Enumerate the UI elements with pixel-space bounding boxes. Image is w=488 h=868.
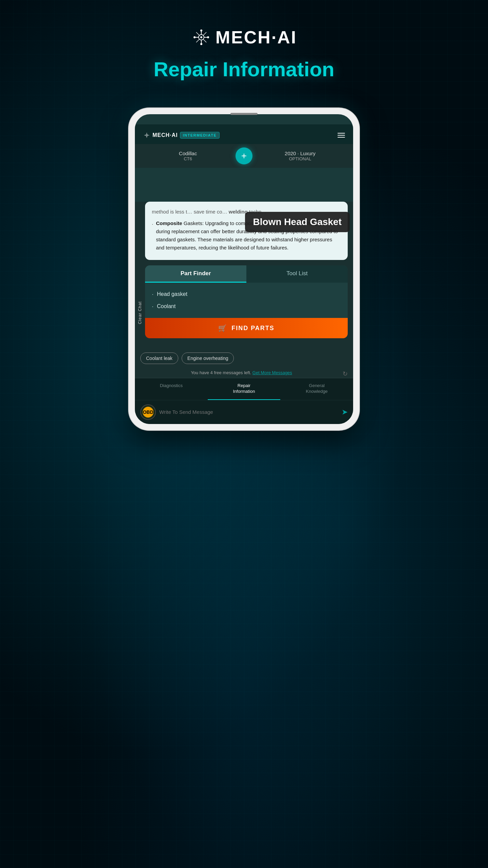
bullet-dot: · [152,220,153,252]
add-vehicle-button[interactable]: + [236,147,252,164]
part-item-head-gasket: · Head gasket [152,288,341,300]
small-logo-icon [143,132,150,138]
get-more-messages-link[interactable]: Get More Messages [252,370,292,375]
part-finder-card: Part Finder Tool List · Head gasket · Co… [145,265,348,338]
chat-wrapper: Clear Chat Blown Head Gasket method is l… [135,202,353,349]
composite-label: Composite [156,220,182,226]
nav-repair-information[interactable]: RepairInformation [208,378,281,400]
page-title: Repair Information [154,58,334,81]
part-name-coolant: Coolant [157,301,176,312]
nav-repair-label: RepairInformation [210,383,278,395]
cart-icon: 🛒 [218,324,227,332]
bottom-nav: Diagnostics RepairInformation GeneralKno… [135,378,353,400]
obd-icon-button[interactable]: OBD [140,404,156,420]
app-header: MECH·AI INTERMEDIATE [135,124,353,144]
tab-part-finder[interactable]: Part Finder [145,265,246,283]
svg-point-10 [200,29,202,32]
message-input-area: OBD ➤ [135,400,353,424]
logo-icon [191,29,211,46]
hamburger-menu-icon[interactable] [338,133,345,138]
vehicle-selector: Codillac CT6 + 2020 · Luxury OPTIONAL [135,144,353,168]
phone-speaker [230,113,258,115]
free-messages-bar: You have 4 free messages left. Get More … [135,367,353,378]
svg-line-8 [196,39,199,42]
part-name-head-gasket: Head gasket [157,289,187,300]
svg-point-12 [194,36,196,38]
svg-point-15 [146,135,147,136]
svg-point-13 [207,36,209,38]
svg-line-9 [203,39,206,42]
find-parts-label: FIND PARTS [231,325,274,332]
free-messages-text: You have 4 free messages left. [191,370,251,375]
gaskets-label: Gaskets: [184,220,204,226]
chip-coolant-leak[interactable]: Coolant leak [140,352,178,364]
nav-diagnostics[interactable]: Diagnostics [135,378,208,400]
tab-tool-list[interactable]: Tool List [246,265,348,283]
app-logo-small: MECH·AI INTERMEDIATE [143,132,220,139]
nav-general-label: GeneralKnowledge [283,383,350,395]
svg-line-7 [203,32,206,35]
vehicle-model: CT6 [140,156,236,161]
send-icon[interactable]: ➤ [342,408,348,417]
find-parts-button[interactable]: 🛒 FIND PARTS [145,318,348,338]
part-item-coolant: · Coolant [152,300,341,312]
phone-frame: MECH·AI INTERMEDIATE Codillac CT6 + 2020… [129,108,359,430]
suggestion-chips: Coolant leak Engine overheating [135,349,353,367]
part-finder-tabs: Part Finder Tool List [145,265,348,283]
message-input[interactable] [159,409,338,415]
badge-intermediate: INTERMEDIATE [180,132,220,139]
blown-gasket-tooltip: Blown Head Gasket [245,212,350,232]
vehicle-left[interactable]: Codillac CT6 [140,150,236,161]
logo-area: MECH·AI [191,27,297,47]
parts-list: · Head gasket · Coolant [145,283,348,318]
refresh-icon[interactable]: ↻ [343,370,348,378]
svg-line-6 [196,32,199,35]
svg-point-11 [200,43,202,45]
chip-engine-overheating[interactable]: Engine overheating [182,352,234,364]
obd-icon: OBD [143,407,154,418]
svg-point-1 [200,36,202,38]
vehicle-year: 2020 · Luxury [252,150,348,156]
nav-general-knowledge[interactable]: GeneralKnowledge [280,378,353,400]
vehicle-right[interactable]: 2020 · Luxury OPTIONAL [252,150,348,161]
vehicle-name: Codillac [140,150,236,156]
vehicle-trim: OPTIONAL [252,156,348,161]
header-logo-text: MECH·AI [152,132,178,138]
app-logo-text: MECH·AI [216,27,297,47]
clear-chat-button[interactable]: Clear Chat [135,297,145,329]
phone-screen: MECH·AI INTERMEDIATE Codillac CT6 + 2020… [135,114,353,424]
